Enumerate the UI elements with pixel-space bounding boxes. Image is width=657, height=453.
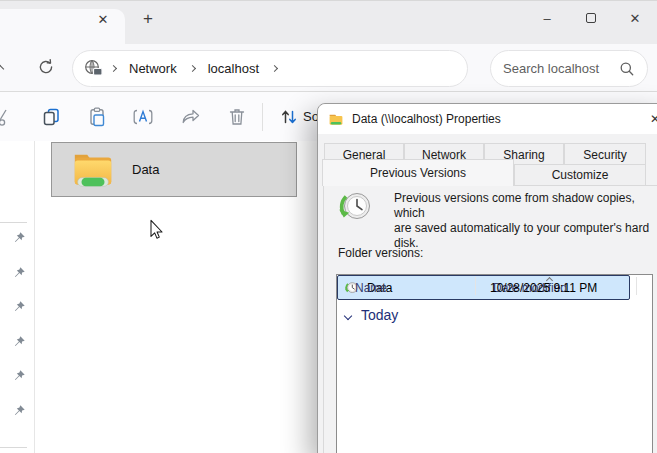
cut-button[interactable] (0, 105, 10, 129)
sort-button[interactable] (277, 105, 301, 129)
file-explorer-window: ✕ + – ✕ Network localhost (0, 0, 657, 453)
group-collapse-icon[interactable] (344, 312, 352, 320)
delete-button[interactable] (225, 105, 249, 129)
breadcrumb-network[interactable]: Network (123, 61, 183, 76)
column-divider[interactable] (475, 277, 476, 295)
close-window-button[interactable]: ✕ (620, 5, 650, 31)
address-bar[interactable]: Network localhost (72, 50, 468, 87)
nav-divider (0, 222, 27, 223)
rename-icon (131, 106, 155, 128)
pin-icon[interactable] (12, 266, 26, 280)
pin-icon[interactable] (12, 300, 26, 314)
search-box[interactable]: Search localhost (490, 50, 648, 87)
folder-versions-label: Folder versions: (338, 246, 423, 260)
cut-icon (0, 106, 9, 128)
search-icon (619, 61, 635, 77)
sort-icon (278, 106, 300, 128)
toolbar-divider (262, 103, 263, 131)
mini-folder-icon (328, 112, 344, 127)
shared-folder-icon (70, 148, 116, 192)
navigation-pane (0, 141, 35, 453)
properties-dialog: Data (\\localhost) Properties ✕ General … (317, 103, 657, 453)
delete-icon (226, 106, 248, 128)
pin-icon[interactable] (12, 335, 26, 349)
description-line-2: are saved automatically to your computer… (394, 221, 656, 251)
address-row: Network localhost Search localhost (0, 44, 657, 92)
up-navigation-icon[interactable] (0, 65, 4, 73)
copy-button[interactable] (39, 105, 63, 129)
folder-tile-label: Data (132, 162, 159, 177)
tab-bar: ✕ + – ✕ (0, 0, 657, 44)
refresh-button[interactable] (36, 57, 56, 81)
tab-previous-versions[interactable]: Previous Versions (322, 159, 514, 186)
new-tab-button[interactable]: + (136, 8, 160, 30)
column-divider[interactable] (636, 277, 637, 295)
dialog-title: Data (\\localhost) Properties (352, 112, 501, 126)
previous-versions-description: Previous versions come from shadow copie… (394, 191, 656, 251)
share-button[interactable] (179, 105, 203, 129)
maximize-button[interactable] (576, 5, 606, 31)
folder-tile-data[interactable]: Data (51, 142, 297, 197)
breadcrumb-chevron-icon (189, 65, 196, 72)
paste-button[interactable] (85, 105, 109, 129)
share-icon (180, 106, 202, 128)
pin-icon[interactable] (12, 404, 26, 418)
mouse-cursor (147, 218, 163, 242)
network-globe-icon (83, 58, 104, 79)
breadcrumb-chevron-icon (110, 65, 117, 72)
pin-icon[interactable] (12, 231, 26, 245)
previous-versions-icon (336, 190, 374, 224)
copy-icon (40, 106, 62, 128)
dialog-close-button[interactable]: ✕ (642, 108, 657, 130)
folder-versions-list[interactable]: Name Date modified Today Data 10/28/2025… (336, 274, 653, 453)
minimize-button[interactable]: – (532, 5, 562, 31)
maximize-icon (586, 13, 596, 23)
refresh-icon (36, 57, 56, 77)
column-header-name[interactable]: Name (355, 281, 387, 295)
breadcrumb-localhost[interactable]: localhost (202, 61, 265, 76)
dialog-title-bar[interactable]: Data (\\localhost) Properties (318, 104, 657, 134)
search-placeholder: Search localhost (503, 61, 619, 76)
tab-customize[interactable]: Customize (514, 164, 646, 186)
close-tab-icon[interactable]: ✕ (92, 8, 114, 30)
tab-security[interactable]: Security (564, 143, 646, 166)
description-line-1: Previous versions come from shadow copie… (394, 191, 656, 221)
pin-icon[interactable] (12, 369, 26, 383)
breadcrumb-chevron-icon[interactable] (271, 65, 278, 72)
group-header-today[interactable]: Today (361, 307, 398, 323)
paste-icon (86, 106, 108, 128)
rename-button[interactable] (131, 105, 155, 129)
version-date-modified: 10/28/2025 9:11 PM (490, 281, 597, 295)
nav-divider (0, 447, 27, 448)
